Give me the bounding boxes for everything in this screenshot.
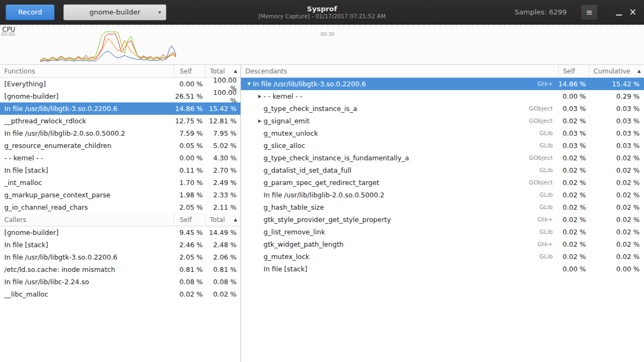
descendants-table-row[interactable]: g_mutex_lockGLib0.02 %0.02 %: [241, 250, 644, 263]
functions-table-row[interactable]: In file /usr/lib/libglib-2.0.so.0.5000.2…: [0, 127, 240, 139]
descendants-table-row[interactable]: g_param_spec_get_redirect_targetGObject0…: [241, 176, 644, 189]
target-selector-dropdown[interactable]: gnome-builder ▾: [63, 4, 166, 20]
descendants-table-row[interactable]: g_list_remove_linkGLib0.02 %0.02 %: [241, 226, 644, 238]
cpu-timeline[interactable]: CPU 00:00 00:30: [0, 25, 644, 65]
functions-column-header[interactable]: Functions: [0, 65, 174, 77]
functions-table-row[interactable]: g_resource_enumerate_children0.05 %5.02 …: [0, 139, 240, 152]
function-name: In file /usr/lib/libgtk-3.so.0.2200.6: [253, 80, 366, 88]
library-badge: GLib: [539, 204, 558, 211]
function-name: g_list_remove_link: [264, 228, 325, 236]
library-badge: GObject: [529, 105, 558, 112]
callers-total-column-header[interactable]: Total ▲: [205, 213, 240, 226]
descendants-table-row[interactable]: g_mutex_unlockGLib0.03 %0.03 %: [241, 127, 644, 139]
self-percent: 9.45 %: [174, 228, 205, 237]
callers-table-row[interactable]: __libc_malloc0.02 %0.02 %: [0, 288, 240, 300]
descendants-table-row[interactable]: g_hash_table_sizeGLib0.02 %0.02 %: [241, 201, 644, 213]
function-name: g_type_check_instance_is_fundamentally_a: [264, 154, 409, 162]
descendants-table-row[interactable]: gtk_style_provider_get_style_propertyGtk…: [241, 213, 644, 226]
callers-table-row[interactable]: /etc/ld.so.cache: inode mismatch0.81 %0.…: [0, 263, 240, 276]
function-name: g_io_channel_read_chars: [0, 203, 174, 211]
cpu-series-cpu-red: [40, 33, 176, 61]
self-percent: 0.05 %: [174, 142, 205, 150]
cumulative-percent: 0.02 %: [589, 253, 644, 261]
functions-table-row[interactable]: In file [stack]0.11 %2.70 %: [0, 164, 240, 176]
expander-closed-icon[interactable]: ▶: [256, 119, 264, 123]
function-name: In file [stack]: [0, 166, 174, 174]
minimize-icon: [616, 9, 622, 16]
total-percent: 100.00 %: [205, 88, 240, 105]
descendants-table: ▼In file /usr/lib/libgtk-3.so.0.2200.6Gt…: [241, 78, 644, 275]
descendants-cumulative-column-header[interactable]: Cumulative ▲: [589, 65, 644, 77]
function-name: In file /usr/lib/libc-2.24.so: [0, 278, 174, 286]
functions-table-row[interactable]: - - kernel - -0.00 %4.30 %: [0, 152, 240, 164]
descendants-table-row[interactable]: g_slice_allocGLib0.03 %0.03 %: [241, 139, 644, 152]
function-name: g_datalist_id_set_data_full: [264, 166, 352, 174]
descendants-table-row[interactable]: g_type_check_instance_is_aGObject0.03 %0…: [241, 102, 644, 115]
target-selector-label: gnome-builder: [89, 8, 140, 16]
descendant-name-cell: g_slice_allocGLib: [241, 142, 558, 150]
functions-table-header: Functions Self Total ▲: [0, 65, 240, 78]
cumulative-percent: 0.03 %: [589, 129, 644, 137]
expander-closed-icon[interactable]: ▶: [256, 94, 264, 99]
function-name: [gnome-builder]: [0, 228, 174, 237]
self-percent: 14.86 %: [174, 105, 205, 113]
descendants-table-row[interactable]: ▶- - kernel - -0.00 %0.29 %: [241, 90, 644, 102]
record-button[interactable]: Record: [5, 4, 55, 20]
descendants-table-row[interactable]: ▶g_signal_emitGObject0.02 %0.03 %: [241, 115, 644, 127]
functions-self-column-header[interactable]: Self: [174, 65, 205, 77]
callers-table-row[interactable]: In file /usr/lib/libgtk-3.so.0.2200.62.0…: [0, 251, 240, 263]
descendant-name-cell: g_type_check_instance_is_aGObject: [241, 105, 558, 113]
descendants-table-row[interactable]: g_type_check_instance_is_fundamentally_a…: [241, 152, 644, 164]
callers-table-row[interactable]: In file /usr/lib/libc-2.24.so0.08 %0.08 …: [0, 276, 240, 288]
main-split: Functions Self Total ▲ [Everything]0.00 …: [0, 65, 644, 362]
functions-table-row[interactable]: g_io_channel_read_chars2.05 %2.11 %: [0, 201, 240, 213]
minimize-button[interactable]: [612, 4, 626, 20]
menu-button[interactable]: ≡: [581, 4, 598, 20]
function-name: __libc_malloc: [0, 290, 174, 298]
function-name: __pthread_rwlock_rdlock: [0, 117, 174, 125]
functions-table-row[interactable]: __pthread_rwlock_rdlock12.75 %12.81 %: [0, 115, 240, 127]
functions-table-row[interactable]: In file /usr/lib/libgtk-3.so.0.2200.614.…: [0, 102, 240, 115]
total-percent: 5.02 %: [205, 142, 240, 150]
library-badge: Gtk+: [538, 80, 558, 87]
descendants-column-header[interactable]: Descendants: [241, 65, 558, 77]
total-percent: 0.02 %: [205, 290, 240, 298]
descendant-name-cell: ▶- - kernel - -: [241, 92, 558, 100]
self-percent: 1.98 %: [174, 191, 205, 199]
descendant-name-cell: g_datalist_id_set_data_fullGLib: [241, 166, 558, 174]
function-name: g_slice_alloc: [264, 142, 305, 150]
descendants-table-row[interactable]: gtk_widget_path_lengthGtk+0.02 %0.02 %: [241, 238, 644, 250]
callers-table-row[interactable]: [gnome-builder]9.45 %14.49 %: [0, 226, 240, 239]
library-badge: Gtk+: [538, 216, 558, 223]
descendants-table-row[interactable]: In file [stack]0.00 %0.00 %: [241, 263, 644, 275]
descendant-name-cell: In file [stack]: [241, 265, 558, 273]
callers-table-row[interactable]: In file [stack]2.46 %2.48 %: [0, 239, 240, 251]
capture-subtitle: [Memory Capture] - 01/17/2017 07:21:52 A…: [258, 13, 385, 20]
cpu-series-cpu-blue: [40, 46, 176, 62]
close-icon: ×: [629, 8, 636, 17]
cpu-usage-chart: [0, 25, 644, 64]
self-percent: 2.05 %: [174, 203, 205, 211]
functions-table-row[interactable]: g_markup_parse_context_parse1.98 %2.33 %: [0, 189, 240, 201]
expander-open-icon[interactable]: ▼: [245, 82, 253, 86]
library-badge: GLib: [539, 167, 558, 174]
total-percent: 2.11 %: [205, 203, 240, 211]
functions-table-row[interactable]: [gnome-builder]26.51 %100.00 %: [0, 90, 240, 102]
descendants-table-row[interactable]: g_datalist_id_set_data_fullGLib0.02 %0.0…: [241, 164, 644, 176]
functions-table-row[interactable]: _int_malloc1.70 %2.49 %: [0, 176, 240, 189]
descendants-table-row[interactable]: In file /usr/lib/libglib-2.0.so.0.5000.2…: [241, 189, 644, 201]
callers-column-header[interactable]: Callers: [0, 213, 174, 226]
functions-table: [Everything]0.00 %100.00 %[gnome-builder…: [0, 78, 240, 213]
window-title-block: Sysprof [Memory Capture] - 01/17/2017 07…: [258, 0, 385, 25]
self-percent: 26.51 %: [174, 92, 205, 100]
descendants-self-column-header[interactable]: Self: [558, 65, 589, 77]
callers-self-column-header[interactable]: Self: [174, 213, 205, 226]
descendant-name-cell: ▼In file /usr/lib/libgtk-3.so.0.2200.6Gt…: [241, 80, 558, 88]
functions-table-row[interactable]: [Everything]0.00 %100.00 %: [0, 78, 240, 90]
chevron-down-icon: ▾: [158, 9, 161, 15]
descendants-table-row[interactable]: ▼In file /usr/lib/libgtk-3.so.0.2200.6Gt…: [241, 78, 644, 90]
sort-indicator-icon: ▲: [234, 69, 237, 73]
library-badge: GObject: [529, 154, 558, 161]
self-percent: 0.02 %: [558, 216, 589, 224]
close-button[interactable]: ×: [626, 4, 640, 20]
